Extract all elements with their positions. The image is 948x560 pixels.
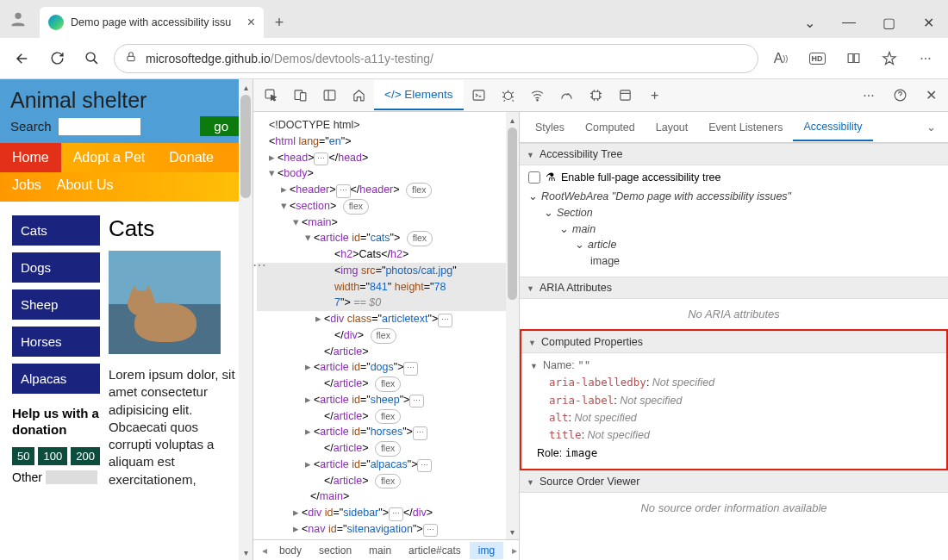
menu-icon[interactable]: ··· (908, 41, 943, 76)
computed-props-header[interactable]: Computed Properties (521, 331, 946, 353)
ax-tree[interactable]: RootWebArea "Demo page with accessibilit… (528, 189, 939, 270)
nav-jobs[interactable]: Jobs (12, 177, 41, 193)
crumb-section[interactable]: section (310, 542, 360, 559)
devtools-close-icon[interactable]: ✕ (917, 83, 945, 109)
page-header: Animal shelter Search go (0, 79, 253, 143)
doctype: <!DOCTYPE html> (269, 119, 360, 131)
nav-about[interactable]: About Us (57, 177, 114, 193)
sidebar-alpacas[interactable]: Alpacas (12, 364, 100, 394)
network-icon[interactable] (524, 83, 552, 109)
console-icon[interactable] (465, 83, 493, 109)
cat-image (109, 251, 221, 354)
help-heading: Help us with a donation (12, 406, 100, 439)
reader-icon[interactable] (836, 41, 870, 76)
donate-200[interactable]: 200 (71, 447, 100, 465)
application-icon[interactable] (612, 83, 639, 109)
crumb-img[interactable]: img (470, 542, 503, 559)
devtools-menu-icon[interactable]: ··· (855, 83, 883, 109)
layout-tab[interactable]: Layout (646, 115, 699, 140)
lock-icon (125, 51, 137, 65)
rendered-page: Animal shelter Search go Home Adopt a Pe… (0, 79, 253, 560)
address-bar[interactable]: microsoftedge.github.io/Demos/devtools-a… (114, 44, 758, 73)
right-tabs: Styles Computed Layout Event Listeners A… (520, 112, 948, 143)
search-label: Search (10, 119, 52, 134)
url-host: microsoftedge.github.io (146, 52, 271, 65)
sidebar-horses[interactable]: Horses (12, 327, 100, 357)
tab-close-icon[interactable]: × (247, 15, 255, 30)
chevron-down-icon[interactable]: ⌄ (789, 7, 829, 38)
device-icon[interactable] (286, 83, 314, 109)
enable-full-tree-label: Enable full-page accessibility tree (561, 171, 721, 184)
nav-donate[interactable]: Donate (157, 143, 226, 172)
selected-dom-node[interactable]: <img src="photos/cat.jpg" (257, 263, 519, 279)
no-aria-text: No ARIA attributes (520, 299, 948, 329)
inspect-icon[interactable] (257, 83, 284, 109)
crumb-left-icon[interactable]: ◂ (253, 542, 271, 559)
more-tabs-icon[interactable]: + (641, 83, 669, 109)
page-scrollbar[interactable]: ▴▾ (239, 79, 253, 560)
refresh-button[interactable] (40, 41, 74, 76)
gutter-dots-icon[interactable]: ⋯ (253, 255, 265, 276)
dock-icon[interactable] (315, 83, 343, 109)
titlebar: Demo page with accessibility issu × + ⌄ … (0, 0, 948, 38)
svg-point-9 (504, 92, 512, 100)
elements-tab[interactable]: </> Elements (374, 80, 464, 110)
profile-icon[interactable] (0, 0, 36, 38)
event-listeners-tab[interactable]: Event Listeners (698, 115, 793, 140)
hd-icon[interactable]: HD (800, 41, 834, 76)
crumb-body[interactable]: body (271, 542, 310, 559)
donate-50[interactable]: 50 (12, 447, 34, 465)
svg-rect-6 (324, 90, 335, 100)
read-aloud-icon[interactable]: A)) (764, 41, 798, 76)
sidebar-cats[interactable]: Cats (12, 215, 100, 246)
browser-toolbar: microsoftedge.github.io/Demos/devtools-a… (0, 38, 948, 79)
help-icon[interactable] (886, 83, 914, 109)
crumb-main[interactable]: main (360, 542, 400, 559)
svg-point-10 (537, 99, 538, 100)
dom-breadcrumb[interactable]: ◂ body section main article#cats img ▸ (253, 539, 519, 560)
accessibility-tab[interactable]: Accessibility (793, 114, 872, 141)
favorite-icon[interactable] (872, 41, 907, 76)
nav-adopt[interactable]: Adopt a Pet (61, 143, 158, 172)
crumb-right-icon[interactable]: ▸ (503, 542, 521, 559)
other-input[interactable] (46, 470, 97, 484)
dom-scrollbar[interactable]: ▴▾ (506, 112, 519, 539)
crumb-article[interactable]: article#cats (400, 542, 470, 559)
secondary-nav: Jobs About Us (0, 172, 253, 202)
bug-icon[interactable] (495, 83, 522, 109)
maximize-icon[interactable]: ▢ (869, 7, 908, 38)
svg-rect-8 (473, 90, 484, 100)
flask-icon: ⚗ (546, 171, 556, 184)
page-title: Animal shelter (10, 88, 242, 113)
no-source-text: No source order information available (520, 493, 948, 523)
performance-icon[interactable] (553, 83, 581, 109)
svg-rect-5 (300, 93, 305, 101)
computed-tab[interactable]: Computed (575, 115, 646, 140)
window-controls: ⌄ — ▢ ✕ (789, 7, 948, 38)
enable-full-tree-checkbox[interactable] (528, 171, 540, 184)
close-icon[interactable]: ✕ (908, 7, 948, 38)
page-sidebar: Cats Dogs Sheep Horses Alpacas Help us w… (12, 215, 100, 488)
sidebar-sheep[interactable]: Sheep (12, 289, 100, 320)
welcome-icon[interactable] (345, 83, 372, 109)
browser-tab[interactable]: Demo page with accessibility issu × (40, 7, 264, 38)
source-order-header[interactable]: Source Order Viewer (520, 470, 948, 493)
styles-tab[interactable]: Styles (525, 115, 575, 140)
memory-icon[interactable] (583, 83, 610, 109)
article-heading: Cats (109, 215, 244, 242)
go-button[interactable]: go (200, 116, 242, 136)
back-button[interactable] (5, 41, 40, 76)
svg-point-0 (15, 13, 21, 19)
svg-point-1 (86, 53, 95, 61)
ax-tree-header[interactable]: Accessibility Tree (520, 143, 948, 165)
search-input[interactable] (59, 118, 140, 135)
chevron-down-icon[interactable]: ⌄ (919, 121, 943, 134)
new-tab-button[interactable]: + (264, 7, 295, 38)
search-icon[interactable] (74, 41, 109, 76)
aria-attrs-header[interactable]: ARIA Attributes (520, 277, 948, 299)
sidebar-dogs[interactable]: Dogs (12, 252, 100, 283)
nav-home[interactable]: Home (0, 143, 61, 172)
minimize-icon[interactable]: — (829, 7, 869, 38)
donate-100[interactable]: 100 (38, 447, 67, 465)
dom-tree[interactable]: ⋯ <!DOCTYPE html> <html lang="en"> ▸<hea… (253, 112, 519, 539)
